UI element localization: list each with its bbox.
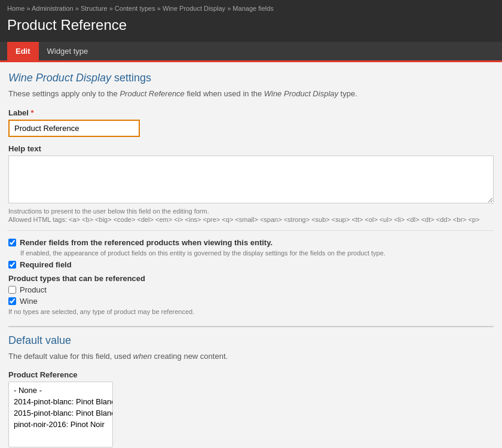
instructions-text: Instructions to present to the user belo…: [8, 208, 494, 215]
required-marker: *: [31, 108, 34, 117]
section-divider1: [8, 326, 494, 327]
default-value-desc: The default value for this field, used w…: [8, 351, 494, 362]
product-type-product-label[interactable]: Product: [20, 285, 47, 294]
select-option[interactable]: - None -: [11, 385, 110, 396]
label-field-label: Label *: [8, 108, 494, 117]
allowed-html-text: Allowed HTML tags: <a> <b> <big> <code> …: [8, 216, 494, 223]
tab-widget-type[interactable]: Widget type: [39, 42, 97, 60]
default-value-title: Default value: [8, 334, 494, 347]
render-fields-row: Render fields from the referenced produc…: [8, 238, 494, 247]
help-text-textarea[interactable]: [8, 156, 494, 203]
product-types-section: Product types that can be referenced Pro…: [8, 274, 494, 315]
product-types-info: If no types are selected, any type of pr…: [8, 308, 494, 315]
default-value-label: Product Reference: [8, 370, 494, 379]
render-fields-checkbox[interactable]: [8, 239, 16, 246]
default-value-select[interactable]: - None -2014-pinot-blanc: Pinot Blanc201…: [8, 382, 113, 447]
divider1: [8, 230, 494, 231]
product-types-label: Product types that can be referenced: [8, 274, 494, 283]
page-title: Product Reference: [7, 14, 495, 36]
product-type-product-row: Product: [8, 285, 494, 294]
required-field-label[interactable]: Required field: [20, 260, 72, 269]
product-type-wine-row: Wine: [8, 297, 494, 306]
render-fields-label[interactable]: Render fields from the referenced produc…: [20, 238, 273, 247]
default-value-group: Product Reference - None -2014-pinot-bla…: [8, 370, 494, 447]
breadcrumb: Home » Administration » Structure » Cont…: [7, 0, 495, 14]
tab-edit[interactable]: Edit: [7, 42, 39, 60]
select-option[interactable]: 2014-pinot-blanc: Pinot Blanc: [11, 396, 110, 407]
required-field-checkbox[interactable]: [8, 261, 16, 269]
required-field-row: Required field: [8, 260, 494, 269]
select-option[interactable]: 2015-pinot-blanc: Pinot Blanc: [11, 407, 110, 419]
render-fields-sublabel: If enabled, the appearance of product fi…: [20, 249, 494, 257]
product-type-wine-checkbox[interactable]: [8, 297, 16, 305]
label-input[interactable]: [8, 120, 140, 137]
product-type-wine-label[interactable]: Wine: [20, 297, 38, 306]
label-group: Label *: [8, 108, 494, 137]
select-option[interactable]: pinot-noir-2016: Pinot Noir: [11, 419, 110, 430]
product-type-product-checkbox[interactable]: [8, 286, 16, 294]
tabs-bar: Edit Widget type: [0, 42, 502, 62]
section1-desc: These settings apply only to the Product…: [8, 88, 494, 100]
section1-title: Wine Product Display settings: [8, 72, 494, 84]
help-text-group: Help text Instructions to present to the…: [8, 144, 494, 223]
help-text-label: Help text: [8, 144, 494, 153]
